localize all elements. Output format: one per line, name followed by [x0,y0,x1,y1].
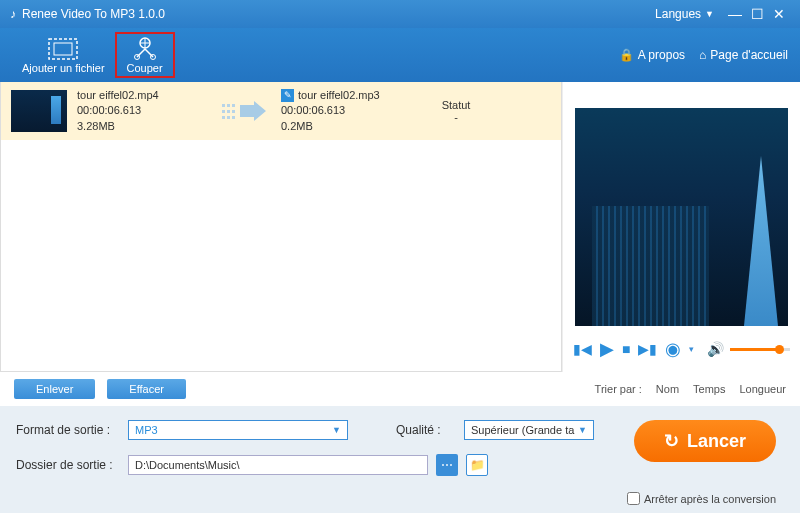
list-actions: Enlever Effacer Trier par : Nom Temps Lo… [0,372,800,406]
language-label: Langues [655,7,701,21]
sort-controls: Trier par : Nom Temps Longueur [595,383,786,395]
about-label: A propos [638,48,685,62]
input-duration: 00:00:06.613 [77,103,207,118]
chevron-down-icon[interactable]: ▾ [689,344,694,354]
film-icon [47,36,79,62]
toolbar: Ajouter un fichier Couper 🔒 A propos ⌂ P… [0,28,800,82]
sort-by-time[interactable]: Temps [693,383,725,395]
chevron-down-icon: ▼ [578,425,587,435]
stop-after-label: Arrêter après la conversion [644,493,776,505]
format-dropdown[interactable]: MP3 ▼ [128,420,348,440]
add-file-button[interactable]: Ajouter un fichier [12,34,115,76]
chevron-down-icon: ▼ [705,9,714,19]
maximize-button[interactable]: ☐ [746,6,768,22]
svg-rect-0 [49,39,77,59]
close-button[interactable]: ✕ [768,6,790,22]
file-row[interactable]: tour eiffel02.mp4 00:00:06.613 3.28MB ✎ … [1,82,561,140]
quality-value: Supérieur (Grande ta [471,424,574,436]
svg-rect-11 [232,104,235,107]
remove-button[interactable]: Enlever [14,379,95,399]
status-header: Statut [421,99,491,111]
prev-button[interactable]: ▮◀ [573,341,592,357]
sort-by-name[interactable]: Nom [656,383,679,395]
volume-icon[interactable]: 🔊 [707,341,724,357]
input-size: 3.28MB [77,119,207,134]
play-button[interactable]: ▶ [600,338,614,360]
svg-rect-13 [232,116,235,119]
output-size: 0.2MB [281,119,411,134]
output-folder-field[interactable]: D:\Documents\Music\ [128,455,428,475]
launch-label: Lancer [687,431,746,452]
bottom-panel: Format de sortie : MP3 ▼ Qualité : Supér… [0,406,800,513]
svg-rect-9 [227,110,230,113]
chevron-down-icon: ▼ [332,425,341,435]
stop-after-checkbox[interactable]: Arrêter après la conversion [627,492,776,505]
svg-rect-8 [227,104,230,107]
svg-rect-10 [227,116,230,119]
svg-rect-1 [54,43,72,55]
lock-icon: 🔒 [619,48,634,62]
about-link[interactable]: 🔒 A propos [619,48,685,62]
language-dropdown[interactable]: Langues ▼ [655,7,714,21]
svg-rect-7 [222,116,225,119]
home-link[interactable]: ⌂ Page d'accueil [699,48,788,62]
preview-panel: ▮◀ ▶ ■ ▶▮ ◉ ▾ 🔊 [562,82,800,372]
preview-viewport [575,108,788,326]
preview-image [575,108,788,326]
input-filename: tour eiffel02.mp4 [77,88,207,103]
quality-label: Qualité : [396,423,456,437]
svg-rect-5 [222,104,225,107]
cut-button[interactable]: Couper [115,32,175,78]
output-filename: tour eiffel02.mp3 [298,88,380,103]
status-column: Statut - [421,99,491,123]
player-controls: ▮◀ ▶ ■ ▶▮ ◉ ▾ 🔊 [569,332,794,366]
music-note-icon: ♪ [10,7,16,21]
home-icon: ⌂ [699,48,706,62]
stop-after-input[interactable] [627,492,640,505]
input-file-info: tour eiffel02.mp4 00:00:06.613 3.28MB [77,88,207,134]
browse-folder-button[interactable]: 📁 [466,454,488,476]
more-button[interactable]: ⋯ [436,454,458,476]
main-area: tour eiffel02.mp4 00:00:06.613 3.28MB ✎ … [0,82,800,372]
clear-button[interactable]: Effacer [107,379,186,399]
launch-button[interactable]: ↻ Lancer [634,420,776,462]
next-button[interactable]: ▶▮ [638,341,657,357]
video-thumbnail [11,90,67,132]
file-list: tour eiffel02.mp4 00:00:06.613 3.28MB ✎ … [0,82,562,372]
refresh-icon: ↻ [664,430,679,452]
sort-label: Trier par : [595,383,642,395]
app-title: ♪ Renee Video To MP3 1.0.0 [10,7,655,21]
title-text: Renee Video To MP3 1.0.0 [22,7,165,21]
svg-rect-6 [222,110,225,113]
cut-label: Couper [127,62,163,74]
arrow-icon [217,101,271,121]
status-value: - [421,111,491,123]
titlebar: ♪ Renee Video To MP3 1.0.0 Langues ▼ — ☐… [0,0,800,28]
edit-icon[interactable]: ✎ [281,89,294,102]
output-duration: 00:00:06.613 [281,103,411,118]
output-file-info: ✎ tour eiffel02.mp3 00:00:06.613 0.2MB [281,88,411,134]
scissors-icon [129,36,161,62]
sort-by-length[interactable]: Longueur [740,383,787,395]
snapshot-button[interactable]: ◉ [665,338,681,360]
volume-control: 🔊 [707,341,790,357]
stop-button[interactable]: ■ [622,341,630,357]
minimize-button[interactable]: — [724,6,746,22]
volume-slider[interactable] [730,348,790,351]
quality-dropdown[interactable]: Supérieur (Grande ta ▼ [464,420,594,440]
format-value: MP3 [135,424,158,436]
folder-label: Dossier de sortie : [16,458,120,472]
add-file-label: Ajouter un fichier [22,62,105,74]
home-label: Page d'accueil [710,48,788,62]
svg-rect-12 [232,110,235,113]
format-label: Format de sortie : [16,423,120,437]
